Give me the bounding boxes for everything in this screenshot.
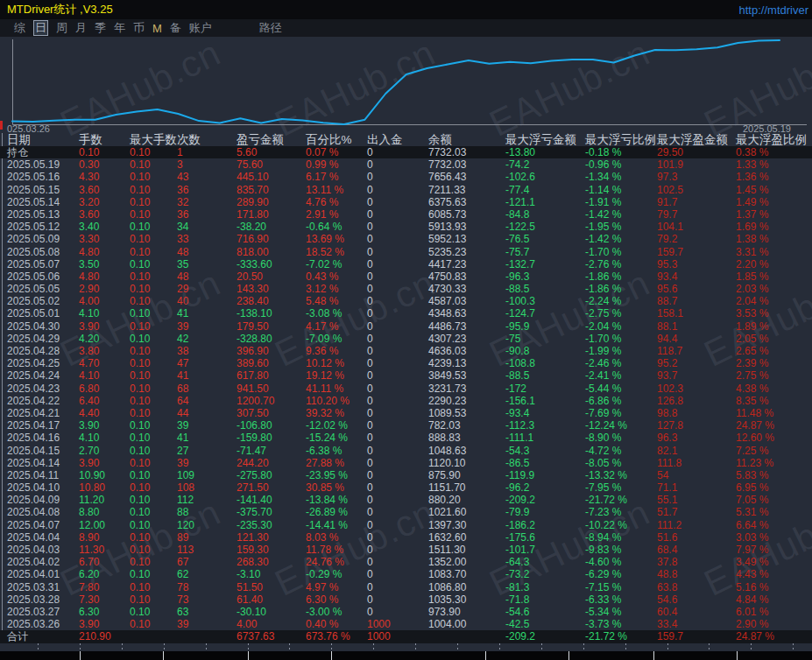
cell-percent: 10.12 % [304, 357, 365, 369]
table-row-2025.04.25[interactable]: 2025.04.254.700.1047389.6010.12 %04239.1… [0, 357, 812, 369]
table-row-2025.05.12[interactable]: 2025.05.123.400.1034-38.20-0.64 %05913.9… [0, 221, 812, 233]
table-row-2025.04.29[interactable]: 2025.04.294.200.1042-328.80-7.09 %04307.… [0, 333, 812, 345]
cell-max-float-profit-pct: 7.97 % [734, 544, 812, 556]
table-row-2025.04.22[interactable]: 2025.04.226.400.10641200.70110.20 %02290… [0, 395, 812, 407]
menu-item-年[interactable]: 年 [114, 20, 125, 36]
menu-item-日[interactable]: 日 [33, 20, 48, 36]
cell-max-float-profit-pct: 24.87 % [734, 630, 812, 642]
table-row-2025.05.01[interactable]: 2025.05.014.100.1041-138.10-3.08 %04348.… [0, 307, 812, 319]
table-row-total[interactable]: 合计210.906737.63673.76 %1000-209.2-21.72 … [0, 630, 812, 642]
column-header-in-out[interactable]: 出入金 [365, 133, 427, 146]
table-row-2025.04.07[interactable]: 2025.04.0712.000.10120-235.30-14.41 %013… [0, 519, 812, 531]
table-row-2025.03.28[interactable]: 2025.03.287.300.107361.406.30 %01035.30-… [0, 593, 812, 606]
table-row-2025.04.10[interactable]: 2025.04.1010.800.10108271.5030.85 %01151… [0, 481, 812, 494]
table-row-2025.05.07[interactable]: 2025.05.073.500.1035-333.60-7.02 %04417.… [0, 258, 812, 270]
table-row-2025.05.08[interactable]: 2025.05.084.800.1048818.0018.52 %05235.2… [0, 246, 812, 258]
cell-max-float-loss: -86.5 [504, 457, 583, 469]
table-row-2025.04.15[interactable]: 2025.04.152.700.1027-71.47-6.38 %01048.6… [0, 445, 812, 457]
table-row-2025.05.14[interactable]: 2025.05.143.200.1032289.904.76 %06375.63… [0, 196, 812, 208]
table-row-2025.03.31[interactable]: 2025.03.317.800.107851.504.97 %01086.80-… [0, 581, 812, 593]
cell-date: 2025.05.15 [0, 184, 77, 196]
table-row-2025.05.02[interactable]: 2025.05.024.000.1040238.405.48 %04587.03… [0, 295, 812, 307]
table-row-2025.04.14[interactable]: 2025.04.143.900.1039244.2027.88 %01120.1… [0, 457, 812, 469]
grip-tick [667, 643, 668, 651]
cell-profit-loss: 268.30 [235, 556, 304, 568]
cell-date: 2025.04.09 [0, 494, 77, 506]
column-header-max-float-loss-pct[interactable]: 最大浮亏比例 [583, 133, 655, 146]
table-row-2025.04.24[interactable]: 2025.04.244.100.1041617.8019.12 %03849.5… [0, 369, 812, 382]
cell-percent: 19.12 % [304, 369, 365, 382]
table-row-2025.04.28[interactable]: 2025.04.283.800.1038396.909.36 %04636.03… [0, 345, 812, 357]
cell-times: 78 [175, 581, 235, 593]
cell-max-float-loss: -175.6 [504, 531, 583, 544]
column-header-percent[interactable]: 百分比% [304, 133, 365, 146]
table-row-2025.04.30[interactable]: 2025.04.303.900.1039179.504.17 %04486.73… [0, 320, 812, 333]
cell-percent: 6.30 % [304, 593, 365, 606]
cell-profit-loss: 159.30 [235, 544, 304, 556]
table-row-2025.04.17[interactable]: 2025.04.173.900.1039-106.80-12.02 %0782.… [0, 419, 812, 432]
menu-item-季[interactable]: 季 [95, 20, 106, 36]
table-row-position[interactable]: 持仓0.100.1015.600.07 %07732.03-13.80-0.18… [0, 146, 812, 158]
site-link[interactable]: http://mtdriver [739, 4, 808, 17]
column-header-profit-loss[interactable]: 盈亏金额 [235, 133, 304, 146]
menu-item-备[interactable]: 备 [170, 20, 181, 36]
cell-max-float-loss-pct: -7.23 % [583, 506, 655, 518]
cell-lots: 6.70 [77, 556, 128, 568]
cell-max-float-profit: 88.1 [655, 320, 734, 333]
cell-date: 2025.05.12 [0, 221, 77, 233]
menu-item-综[interactable]: 综 [14, 20, 25, 36]
cell-max-lots: 0.10 [128, 469, 175, 481]
cell-max-float-profit: 51.7 [655, 506, 734, 518]
table-row-2025.04.16[interactable]: 2025.04.164.100.1041-159.80-15.24 %0888.… [0, 432, 812, 444]
table-row-2025.05.15[interactable]: 2025.05.153.600.1036835.7013.11 %07211.3… [0, 184, 812, 196]
cell-max-float-loss: -209.2 [504, 630, 583, 642]
cell-max-float-loss: -42.5 [504, 618, 583, 630]
cell-profit-loss: -38.20 [235, 221, 304, 233]
table-row-2025.03.27[interactable]: 2025.03.276.300.1063-30.10-3.00 %0973.90… [0, 606, 812, 618]
table-row-2025.04.01[interactable]: 2025.04.016.200.1062-3.10-0.29 %01083.70… [0, 568, 812, 580]
table-row-2025.05.09[interactable]: 2025.05.093.300.1033716.9013.69 %05952.1… [0, 233, 812, 245]
cell-max-lots: 0.10 [128, 320, 175, 333]
cell-lots: 11.30 [77, 544, 128, 556]
table-row-2025.04.08[interactable]: 2025.04.088.800.1088-375.70-26.89 %01021… [0, 506, 812, 518]
menu-item-M[interactable]: M [152, 22, 162, 35]
table-row-2025.04.09[interactable]: 2025.04.0911.200.10112-141.40-13.84 %088… [0, 494, 812, 506]
column-header-max-float-profit-pct[interactable]: 最大浮盈比例 [734, 133, 812, 146]
menu-item-币[interactable]: 币 [133, 20, 145, 36]
table-row-2025.04.11[interactable]: 2025.04.1110.900.10109-275.80-23.95 %087… [0, 469, 812, 481]
table-row-2025.03.26[interactable]: 2025.03.263.900.10394.000.40 %10001004.0… [0, 618, 812, 630]
column-header-lots[interactable]: 手数 [77, 133, 128, 146]
column-header-max-float-loss[interactable]: 最大浮亏金额 [504, 133, 583, 146]
menu-item-path[interactable]: 路径 [259, 20, 282, 36]
menu-item-账户[interactable]: 账户 [189, 20, 212, 36]
menu-item-月[interactable]: 月 [75, 20, 87, 36]
table-row-2025.04.03[interactable]: 2025.04.0311.300.10113159.3011.78 %01511… [0, 544, 812, 556]
table-row-2025.04.21[interactable]: 2025.04.214.400.1044307.5039.32 %01089.5… [0, 407, 812, 419]
column-header-balance[interactable]: 余额 [427, 133, 504, 146]
table-row-2025.04.02[interactable]: 2025.04.026.700.1067268.3024.76 %01352.0… [0, 556, 812, 568]
column-header-max-float-profit[interactable]: 最大浮盈金额 [655, 133, 734, 146]
cell-max-float-profit: 95.3 [655, 258, 734, 270]
table-row-2025.04.23[interactable]: 2025.04.236.800.1068941.5041.11 %03231.7… [0, 383, 812, 395]
table-row-2025.04.04[interactable]: 2025.04.048.900.1089121.308.03 %01632.60… [0, 531, 812, 544]
table-row-2025.05.06[interactable]: 2025.05.064.800.104820.500.43 %04750.83-… [0, 270, 812, 283]
table-row-2025.05.05[interactable]: 2025.05.052.900.1029143.303.12 %04730.33… [0, 283, 812, 295]
menu-item-周[interactable]: 周 [56, 20, 67, 36]
cell-in-out: 0 [365, 606, 427, 618]
table-row-2025.05.13[interactable]: 2025.05.133.600.1036171.802.91 %06085.73… [0, 208, 812, 221]
cell-balance: 782.03 [427, 419, 504, 432]
grip-tick [38, 643, 39, 651]
cell-max-lots: 0.10 [128, 395, 175, 407]
table-row-2025.05.19[interactable]: 2025.05.190.300.10375.600.99 %07732.03-7… [0, 158, 812, 171]
cell-lots: 4.80 [77, 270, 128, 283]
column-header-max-lots[interactable]: 最大手数 [128, 133, 175, 146]
column-header-date[interactable]: 日期 [0, 133, 77, 146]
cell-balance: 1086.80 [427, 581, 504, 593]
table-row-2025.05.16[interactable]: 2025.05.164.300.1043445.106.17 %07656.43… [0, 171, 812, 183]
cell-max-float-loss: -88.5 [504, 283, 583, 295]
cell-in-out: 0 [365, 593, 427, 606]
cell-max-float-loss-pct: -2.04 % [583, 320, 655, 333]
column-header-times[interactable]: 次数 [175, 133, 235, 146]
status-bar [0, 651, 812, 660]
cell-max-float-loss-pct: -0.96 % [583, 158, 655, 171]
